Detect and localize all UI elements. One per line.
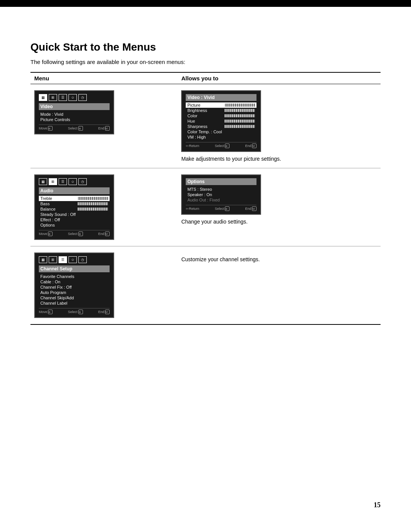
tv-screen-header: Video (39, 103, 110, 110)
tv-menu-icon-2: ☰ (59, 256, 67, 263)
page-title: Quick Start to the Menus (30, 41, 381, 53)
tv-menu-icon-2: ☰ (59, 94, 67, 101)
tv-return: ⇦Return (186, 206, 199, 211)
tv-footer-right: ⇦ReturnSelect ⊕End M (186, 142, 256, 148)
tv-screen-right: OptionsMTS : StereoSpeaker : OnAudio Out… (181, 174, 261, 215)
tv-menu-row-right: VM : High (186, 134, 256, 140)
table-row-channel: ▦⊞☰☺◷Channel SetupFavorite ChannelsCable… (30, 246, 381, 325)
menu-cell-audio: ▦⊞☰☺◷AudioTrebleBassBalanceSteady Sound … (30, 168, 177, 246)
tv-menu-row: Mode : Vivid (39, 112, 110, 117)
tv-end: End M (98, 126, 110, 131)
tv-row-label-right: Color Temp. : Cool (187, 129, 222, 134)
tv-menu-icon-3: ☺ (68, 178, 77, 185)
tv-row-label-right: Audio Out : Fixed (187, 198, 220, 202)
tv-menu-row-right: Sharpness (186, 124, 256, 129)
tv-menu-row: Steady Sound : Off (39, 212, 110, 217)
tv-end: End M (98, 232, 110, 236)
tv-menu-row: Auto Program (39, 290, 110, 295)
tv-menu-row-right: Color (186, 113, 256, 118)
tv-row-label: Picture Controls (40, 117, 70, 122)
tv-row-label-right: VM : High (187, 135, 206, 139)
tv-menu-icon-2: ☰ (59, 178, 67, 185)
tv-row-label: Balance (40, 207, 56, 211)
tv-menu-row: Channel Fix : Off (39, 284, 110, 290)
tv-screen-header: Channel Setup (39, 265, 110, 272)
tv-bar-right (225, 109, 255, 112)
table-row-audio: ▦⊞☰☺◷AudioTrebleBassBalanceSteady Sound … (30, 168, 381, 246)
tv-bar-right (225, 114, 255, 117)
tv-row-label-right: Hue (187, 119, 195, 123)
tv-bar-right (225, 104, 255, 107)
tv-row-label: Favorite Channels (40, 274, 74, 279)
menu-table: Menu Allows you to ▦⊞☰☺◷VideoMode : Vivi… (30, 72, 381, 325)
tv-menu-row: Effect : Off (39, 217, 110, 222)
tv-screen-left: ▦⊞☰☺◷Channel SetupFavorite ChannelsCable… (34, 252, 114, 318)
tv-menu-row: Treble (39, 196, 110, 201)
description-audio: Change your audio settings. (181, 219, 377, 225)
table-row-video: ▦⊞☰☺◷VideoMode : VividPicture ControlsMo… (30, 84, 381, 168)
tv-footer: Move ⊕Select ⊕End M (39, 308, 110, 314)
tv-menu-icon-0: ▦ (39, 178, 47, 185)
tv-end-right: End M (245, 206, 256, 211)
tv-bar (78, 197, 108, 200)
tv-row-label: Options (40, 223, 55, 227)
tv-screen-left: ▦⊞☰☺◷AudioTrebleBassBalanceSteady Sound … (34, 174, 114, 240)
tv-menu-row-right: Color Temp. : Cool (186, 129, 256, 134)
tv-screen-header: Audio (39, 187, 110, 194)
tv-footer: Move ⊕Select ⊕End M (39, 125, 110, 131)
tv-select-right: Select ⊕ (215, 206, 229, 211)
tv-footer-right: ⇦ReturnSelect ⊕End M (186, 205, 256, 211)
description-channel: Customize your channel settings. (181, 256, 377, 262)
tv-menu-row-right: Brightness (186, 108, 256, 113)
col-header-menu: Menu (30, 72, 177, 84)
allows-cell-channel: Customize your channel settings. (177, 246, 381, 325)
tv-menu-row: Cable : On (39, 279, 110, 284)
tv-move: Move ⊕ (39, 126, 53, 131)
tv-return: ⇦Return (186, 144, 199, 148)
menu-cell-channel: ▦⊞☰☺◷Channel SetupFavorite ChannelsCable… (30, 246, 177, 325)
tv-select: Select ⊕ (68, 310, 83, 314)
tv-row-label: Treble (40, 196, 52, 201)
tv-end-right: End M (245, 144, 256, 148)
tv-move: Move ⊕ (39, 232, 53, 236)
menu-cell-video: ▦⊞☰☺◷VideoMode : VividPicture ControlsMo… (30, 84, 177, 168)
tv-menu-row-right: Speaker : On (186, 192, 256, 197)
tv-select-right: Select ⊕ (215, 144, 229, 148)
description-video: Make adjustments to your picture setting… (181, 156, 377, 162)
tv-menu-icon-4: ◷ (78, 256, 87, 263)
top-bar (0, 0, 411, 7)
tv-row-label: Auto Program (40, 290, 66, 295)
tv-menu-row: Balance (39, 206, 110, 212)
tv-row-label-right: MTS : Stereo (187, 187, 212, 192)
tv-bar-right (225, 125, 255, 128)
tv-row-label: Channel Fix : Off (40, 285, 72, 289)
allows-cell-audio: OptionsMTS : StereoSpeaker : OnAudio Out… (177, 168, 381, 246)
allows-cell-video: Video : VividPictureBrightnessColorHueSh… (177, 84, 381, 168)
tv-icon-bar: ▦⊞☰☺◷ (39, 256, 110, 263)
tv-menu-row: Options (39, 222, 110, 228)
tv-menu-row: Channel Skip/Add (39, 295, 110, 300)
tv-menu-row: Bass (39, 201, 110, 206)
tv-footer: Move ⊕Select ⊕End M (39, 230, 110, 236)
tv-row-label-right: Picture (187, 103, 200, 107)
tv-select: Select ⊕ (68, 232, 83, 236)
tv-screen-right-header: Video : Vivid (186, 94, 256, 101)
tv-screen-right: Video : VividPictureBrightnessColorHueSh… (181, 90, 261, 152)
tv-row-label: Bass (40, 201, 49, 206)
tv-row-label: Effect : Off (40, 217, 60, 222)
tv-row-label: Channel Skip/Add (40, 296, 74, 300)
tv-screen-left: ▦⊞☰☺◷VideoMode : VividPicture ControlsMo… (34, 90, 114, 134)
tv-move: Move ⊕ (39, 310, 53, 314)
tv-select: Select ⊕ (68, 126, 83, 131)
main-content: Quick Start to the Menus The following s… (0, 7, 411, 355)
tv-end: End M (98, 310, 110, 314)
tv-bar (78, 202, 108, 205)
tv-menu-row: Favorite Channels (39, 274, 110, 279)
tv-icon-bar: ▦⊞☰☺◷ (39, 94, 110, 101)
tv-row-label-right: Color (187, 113, 197, 118)
tv-row-label: Cable : On (40, 280, 61, 284)
tv-menu-icon-1: ⊞ (49, 178, 57, 185)
tv-menu-icon-4: ◷ (78, 94, 87, 101)
tv-menu-icon-0: ▦ (39, 94, 47, 101)
page-number: 15 (374, 501, 381, 509)
